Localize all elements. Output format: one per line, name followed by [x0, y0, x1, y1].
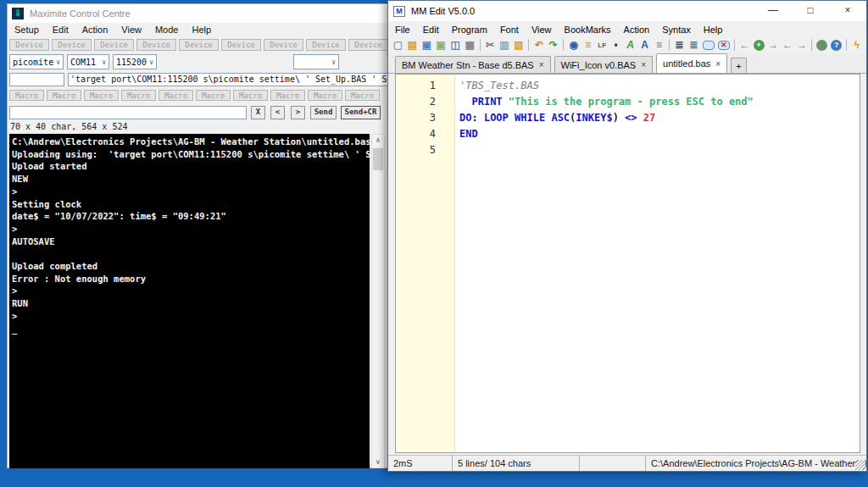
- macro-button-7[interactable]: Macro: [233, 90, 268, 101]
- file-name-field[interactable]: [9, 73, 64, 86]
- device-button-7[interactable]: Device: [264, 39, 303, 51]
- maximize-button[interactable]: □: [792, 1, 829, 21]
- code-token: WHILE: [515, 112, 545, 124]
- mcc-titlebar[interactable]: ⇓ Maximite Control Centre: [8, 4, 389, 23]
- next-bookmark-icon[interactable]: →: [794, 38, 809, 53]
- outdent-icon[interactable]: ≣: [687, 38, 701, 53]
- device-button-4[interactable]: Device: [136, 39, 176, 51]
- uncomment-icon[interactable]: ✕: [718, 41, 730, 50]
- macro-button-3[interactable]: Macro: [84, 90, 119, 101]
- copy-icon[interactable]: ▥: [498, 38, 512, 53]
- nav-home-icon[interactable]: +: [754, 40, 765, 51]
- mm-titlebar[interactable]: M MM Edit V5.0.0 —□×: [388, 1, 866, 21]
- macro-button-6[interactable]: Macro: [196, 90, 231, 101]
- menu-item-bookmarks[interactable]: BookMarks: [565, 25, 611, 35]
- paste-icon[interactable]: ▧: [512, 38, 526, 53]
- resize-grip[interactable]: [855, 460, 865, 470]
- menu-item-program[interactable]: Program: [452, 25, 487, 35]
- menu-item-help[interactable]: Help: [192, 25, 211, 36]
- tab-close-icon[interactable]: ×: [715, 59, 721, 69]
- tab-untitled-bas[interactable]: untitled.bas×: [656, 53, 727, 73]
- line-number: 2: [396, 94, 454, 110]
- menu-item-edit[interactable]: Edit: [423, 25, 439, 35]
- syntax-color-icon[interactable]: A: [637, 38, 652, 53]
- prev-button[interactable]: <: [270, 106, 285, 119]
- macro-button-4[interactable]: Macro: [121, 90, 156, 101]
- cut-icon[interactable]: ✂: [483, 38, 498, 53]
- menu-item-mode[interactable]: Mode: [155, 25, 179, 36]
- macro-button-5[interactable]: Macro: [159, 90, 193, 101]
- send-cr-button[interactable]: Send+CR: [341, 106, 381, 119]
- device-button-3[interactable]: Device: [94, 39, 134, 51]
- scrollbar-thumb[interactable]: [373, 148, 383, 170]
- nav-forward-icon[interactable]: →: [766, 38, 781, 53]
- device-button-1[interactable]: Device: [9, 39, 49, 51]
- device-button-5[interactable]: Device: [179, 39, 219, 51]
- save-as-icon[interactable]: ▣: [434, 38, 448, 53]
- menu-item-syntax[interactable]: Syntax: [662, 25, 691, 35]
- help-icon[interactable]: ?: [831, 40, 842, 51]
- new-tab-button[interactable]: +: [731, 58, 746, 73]
- save-all-icon[interactable]: ◫: [448, 38, 463, 53]
- goto-line-icon[interactable]: ≡: [581, 38, 595, 53]
- run-transfer-icon[interactable]: ϟ: [849, 38, 864, 53]
- code-area[interactable]: 'TBS_Test.BAS PRINT "This is the program…: [455, 75, 860, 452]
- open-file-icon[interactable]: ▤: [405, 38, 420, 53]
- send-command-input[interactable]: [9, 106, 247, 119]
- code-line: PRINT "This is the program - press ESC t…: [459, 94, 860, 110]
- tab-close-icon[interactable]: ×: [539, 60, 544, 69]
- comment-icon[interactable]: [703, 41, 715, 50]
- menu-item-file[interactable]: File: [395, 25, 410, 35]
- nav-back-icon[interactable]: ←: [737, 38, 752, 53]
- menu-item-font[interactable]: Font: [500, 25, 519, 35]
- indent-icon[interactable]: ≣: [672, 38, 687, 53]
- tab-bm-weather-stn-base-d5-bas[interactable]: BM Weather Stn - Base d5.BAS×: [395, 56, 551, 73]
- terminal-line: NEW: [12, 173, 370, 185]
- status-timing: 2mS: [388, 456, 453, 471]
- com-port-select[interactable]: COM11 ∨: [67, 54, 109, 69]
- minimize-button[interactable]: —: [754, 1, 792, 21]
- font-italic-icon[interactable]: A: [623, 38, 637, 53]
- menu-item-view[interactable]: View: [531, 25, 552, 35]
- menu-item-setup[interactable]: Setup: [14, 25, 39, 36]
- scrollbar-down-icon[interactable]: ∨: [372, 458, 384, 466]
- menu-item-edit[interactable]: Edit: [53, 25, 69, 36]
- save-icon[interactable]: ▣: [420, 38, 434, 53]
- extra-select[interactable]: ∨: [293, 54, 339, 69]
- terminal-output[interactable]: C:\Andrew\Electronics Projects\AG-BM - W…: [9, 134, 370, 468]
- macro-button-9[interactable]: Macro: [308, 90, 342, 101]
- macro-button-2[interactable]: Macro: [47, 90, 81, 101]
- web-icon[interactable]: [816, 40, 827, 51]
- menu-item-action[interactable]: Action: [82, 25, 108, 36]
- device-button-8[interactable]: Device: [306, 39, 346, 51]
- close-button[interactable]: ×: [829, 1, 866, 21]
- list-icon[interactable]: ≡: [652, 38, 666, 53]
- menu-item-help[interactable]: Help: [704, 25, 723, 35]
- bullet-indicator[interactable]: •: [609, 38, 623, 53]
- send-button[interactable]: Send: [310, 106, 337, 119]
- upload-command-field[interactable]: 'target port\COM11:115200 s\picomite set…: [68, 73, 393, 86]
- device-button-9[interactable]: Device: [348, 39, 388, 51]
- baud-rate-select[interactable]: 115200 ∨: [113, 54, 157, 69]
- device-button-6[interactable]: Device: [221, 39, 261, 51]
- scrollbar-up-icon[interactable]: ∧: [372, 136, 384, 144]
- redo-icon[interactable]: ↷: [546, 38, 560, 53]
- print-icon[interactable]: ▦: [463, 38, 477, 53]
- macro-button-10[interactable]: Macro: [345, 90, 380, 101]
- prev-bookmark-icon[interactable]: ←: [780, 38, 794, 53]
- macro-button-8[interactable]: Macro: [270, 90, 305, 101]
- tab-wifi-icon-v0-bas[interactable]: WiFi_Icon v0.BAS×: [554, 56, 653, 73]
- tab-close-icon[interactable]: ×: [641, 60, 646, 69]
- macro-button-1[interactable]: Macro: [9, 90, 44, 101]
- next-button[interactable]: >: [291, 106, 305, 119]
- device-type-select[interactable]: picomite ∨: [9, 54, 64, 69]
- undo-icon[interactable]: ↶: [531, 38, 546, 53]
- menu-item-action[interactable]: Action: [624, 25, 650, 35]
- menu-item-view[interactable]: View: [121, 25, 142, 36]
- code-editor[interactable]: 12345 'TBS_Test.BAS PRINT "This is the p…: [395, 74, 860, 453]
- device-button-2[interactable]: Device: [52, 39, 92, 51]
- new-file-icon[interactable]: ▢: [391, 38, 405, 53]
- find-icon[interactable]: ◉: [566, 38, 581, 53]
- clear-button[interactable]: X: [251, 106, 265, 119]
- terminal-scrollbar[interactable]: ∧ ∨: [371, 134, 385, 468]
